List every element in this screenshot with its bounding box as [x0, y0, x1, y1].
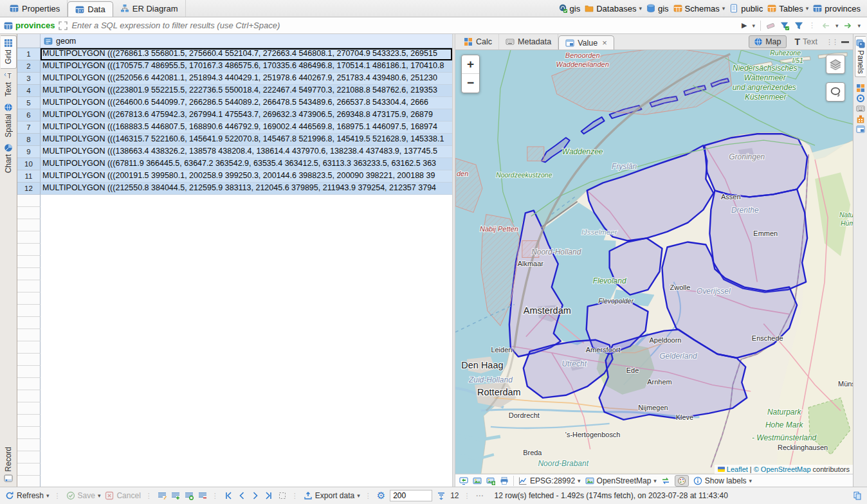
fetch-segment-icon[interactable]	[437, 491, 446, 500]
previous-row-icon[interactable]	[237, 491, 246, 500]
save-image-icon[interactable]	[486, 476, 495, 485]
breadcrumb-item-databases[interactable]: Databases▾	[585, 4, 642, 14]
breadcrumb-item-schemas[interactable]: Schemas▾	[673, 4, 726, 14]
panel-shortcut-metadata-kbd-icon[interactable]	[856, 104, 865, 113]
panel-grip[interactable]: ⋮⋮	[826, 38, 837, 46]
breadcrumb-item-gis[interactable]: gis	[558, 4, 581, 14]
expand-filter-icon[interactable]	[59, 21, 68, 30]
tab-data[interactable]: Data	[68, 1, 113, 17]
dropdown-caret-icon[interactable]: ▾	[722, 5, 726, 12]
fetch-size-input[interactable]	[390, 490, 432, 501]
minimize-panel-icon[interactable]	[841, 41, 849, 43]
flip-picture-icon[interactable]	[459, 476, 468, 485]
nav-back-caret[interactable]: ▾	[835, 22, 839, 29]
column-header-geom[interactable]: geom	[41, 34, 452, 48]
panel-tab-calc[interactable]: Calc	[457, 34, 499, 50]
table-row[interactable]: 11MULTIPOLYGON (((200191.5 399580.1, 200…	[17, 170, 452, 183]
add-row-icon[interactable]	[171, 491, 180, 500]
dropdown-caret-icon[interactable]: ▾	[806, 5, 809, 12]
row-number[interactable]: 12	[17, 183, 41, 195]
leaflet-map[interactable]: BenoordenWaddeneilandenRuhezoneI/51Niede…	[455, 50, 853, 474]
geom-cell[interactable]: MULTIPOLYGON (((252056.6 442081.1, 25189…	[41, 73, 452, 85]
row-number[interactable]: 2	[17, 60, 41, 73]
text-view-toggle[interactable]: T Text	[790, 35, 823, 48]
panel-tab-metadata[interactable]: Metadata	[499, 34, 558, 50]
zoom-out-button[interactable]: −	[462, 74, 479, 93]
breadcrumb-item-tables[interactable]: Tables▾	[767, 4, 808, 14]
grid-corner[interactable]	[17, 34, 41, 48]
row-number[interactable]: 9	[17, 146, 41, 158]
row-number[interactable]: 3	[17, 73, 41, 85]
show-labels-toggle[interactable]: Show labels ▾	[693, 476, 752, 485]
copy-status-icon[interactable]	[853, 491, 862, 500]
cancel-button[interactable]: Cancel	[105, 491, 140, 500]
next-row-icon[interactable]	[251, 491, 260, 500]
row-number[interactable]: 8	[17, 134, 41, 146]
table-row[interactable]: 7MULTIPOLYGON (((168883.5 446807.5, 1688…	[17, 122, 452, 134]
fetch-all-icon[interactable]	[278, 491, 287, 500]
panel-shortcut-refs-orange-icon[interactable]	[856, 114, 865, 123]
dropdown-caret-icon[interactable]: ▾	[639, 5, 642, 12]
geom-cell[interactable]: MULTIPOLYGON (((276861.3 556801.5, 27566…	[41, 48, 452, 60]
geom-cell[interactable]: MULTIPOLYGON (((223801.9 552215.5, 22273…	[41, 85, 452, 97]
map-view-toggle[interactable]: Map	[749, 35, 786, 48]
table-row[interactable]: 6MULTIPOLYGON (((267813.6 475942.3, 2679…	[17, 109, 452, 122]
row-number[interactable]: 5	[17, 97, 41, 109]
sql-filter-input[interactable]	[71, 21, 738, 30]
nav-forward-caret[interactable]: ▾	[857, 22, 861, 29]
breadcrumb-item-gis[interactable]: gis	[646, 4, 669, 14]
first-row-icon[interactable]	[224, 491, 233, 500]
close-icon[interactable]: ×	[602, 38, 607, 48]
result-grid[interactable]: geom 1MULTIPOLYGON (((276861.3 556801.5,…	[17, 34, 452, 487]
layers-button[interactable]	[826, 55, 845, 74]
geom-cell[interactable]: MULTIPOLYGON (((264600.6 544099.7, 26628…	[41, 97, 452, 109]
map-canvas[interactable]: BenoordenWaddeneilandenRuhezoneI/51Niede…	[455, 50, 853, 474]
geom-cell[interactable]: MULTIPOLYGON (((267813.6 475942.3, 26799…	[41, 109, 452, 122]
export-data-button[interactable]: Export data▾	[304, 491, 360, 500]
tab-grid[interactable]: Grid	[1, 35, 17, 69]
row-number[interactable]: 4	[17, 85, 41, 97]
osm-link[interactable]: © OpenStreetMap	[754, 465, 811, 473]
tab-text[interactable]: TText	[1, 69, 17, 100]
leaflet-link[interactable]: Leaflet	[727, 465, 748, 473]
lasso-select-button[interactable]	[826, 82, 845, 102]
zoom-in-button[interactable]: +	[462, 55, 479, 74]
crs-selector[interactable]: EPSG:28992 ▾	[518, 476, 581, 485]
geom-cell[interactable]: MULTIPOLYGON (((200191.5 399580.1, 20025…	[41, 170, 452, 183]
settings-gear-icon[interactable]: ⚙	[377, 490, 385, 501]
tab-er-diagram[interactable]: ER Diagram	[113, 0, 186, 17]
save-button[interactable]: Save▾	[66, 491, 101, 500]
swap-coordinates-icon[interactable]	[661, 476, 670, 485]
table-row[interactable]: 3MULTIPOLYGON (((252056.6 442081.1, 2518…	[17, 73, 452, 85]
last-row-icon[interactable]	[264, 491, 273, 500]
table-row[interactable]: 8MULTIPOLYGON (((146315.7 522160.6, 1456…	[17, 134, 452, 146]
filter-table-badge[interactable]: provinces	[4, 21, 55, 30]
duplicate-row-icon[interactable]	[185, 491, 194, 500]
row-number[interactable]: 6	[17, 109, 41, 122]
breadcrumb-item-provinces[interactable]: provinces	[813, 4, 861, 14]
delete-row-icon[interactable]	[198, 491, 207, 500]
nav-back-icon[interactable]	[821, 21, 830, 30]
erase-filter-icon[interactable]	[766, 21, 775, 30]
row-number[interactable]: 7	[17, 122, 41, 134]
row-number[interactable]: 1	[17, 48, 41, 60]
geom-cell[interactable]: MULTIPOLYGON (((146315.7 522160.6, 14564…	[41, 134, 452, 146]
table-row[interactable]: 12MULTIPOLYGON (((212550.8 384044.5, 212…	[17, 183, 452, 195]
filter-history-caret[interactable]: ▾	[752, 22, 755, 29]
tab-record[interactable]: Record	[1, 444, 17, 487]
refresh-button[interactable]: Refresh▾	[5, 491, 50, 500]
panel-shortcut-value-panel-icon[interactable]	[856, 125, 865, 134]
panel-shortcut-circle-agg-icon[interactable]	[856, 94, 865, 103]
tab-chart[interactable]: Chart	[1, 141, 17, 177]
table-row[interactable]: 2MULTIPOLYGON (((170575.7 486955.5, 1701…	[17, 60, 452, 73]
panel-tab-value[interactable]: Value×	[558, 35, 614, 50]
table-row[interactable]: 1MULTIPOLYGON (((276861.3 556801.5, 2756…	[17, 48, 452, 60]
print-icon[interactable]	[500, 476, 509, 485]
geom-cell[interactable]: MULTIPOLYGON (((170575.7 486955.5, 17016…	[41, 60, 452, 73]
tab-properties[interactable]: Properties	[3, 0, 68, 17]
geom-cell[interactable]: MULTIPOLYGON (((138663.4 438326.2, 13857…	[41, 146, 452, 158]
geom-cell[interactable]: MULTIPOLYGON (((212550.8 384044.5, 21259…	[41, 183, 452, 195]
row-number[interactable]: 10	[17, 158, 41, 170]
tab-panels[interactable]: Panels	[855, 36, 866, 77]
nav-forward-icon[interactable]	[843, 21, 852, 30]
